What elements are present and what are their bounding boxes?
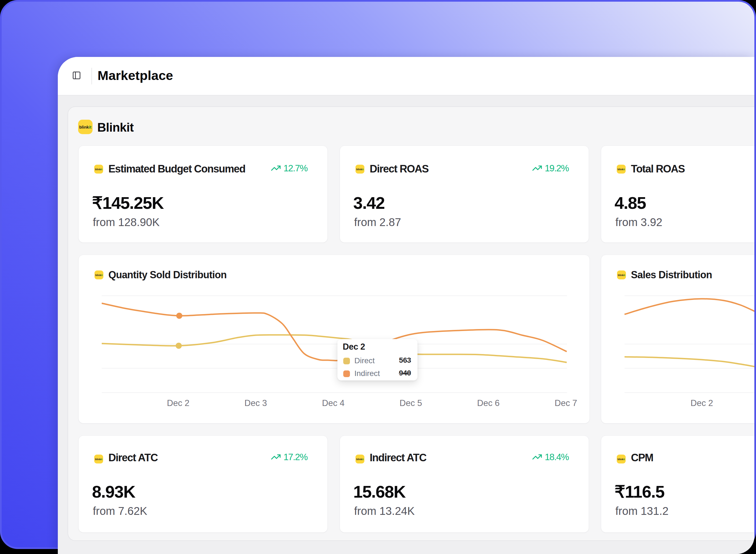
- svg-text:blinkit: blinkit: [95, 168, 103, 171]
- svg-text:blinkit: blinkit: [95, 458, 103, 461]
- svg-text:blinkit: blinkit: [618, 458, 625, 461]
- svg-text:blinkit: blinkit: [356, 458, 364, 461]
- svg-text:blinkit: blinkit: [356, 168, 364, 171]
- svg-text:blinkit: blinkit: [618, 168, 625, 171]
- svg-text:blinkit: blinkit: [79, 125, 92, 129]
